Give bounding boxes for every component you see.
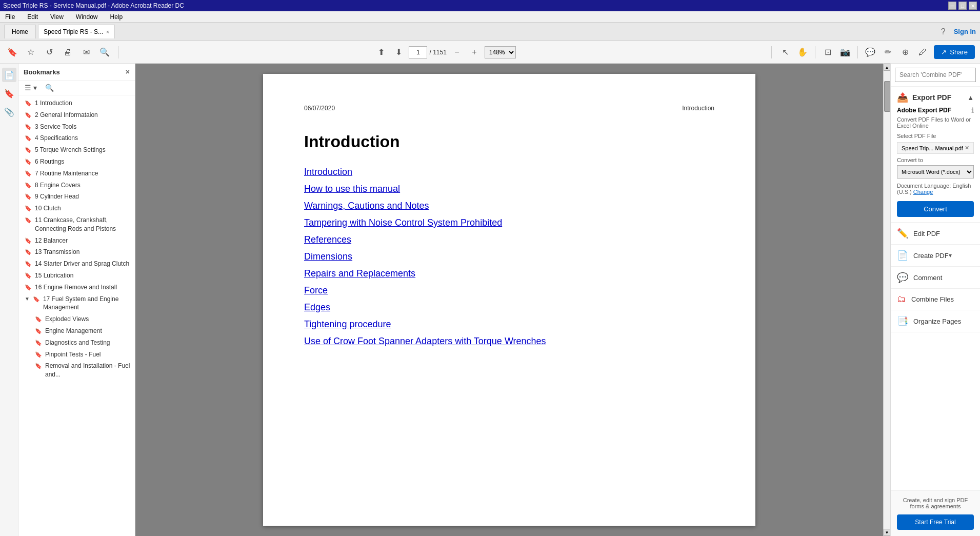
pen-icon[interactable]: ✏ <box>881 45 895 59</box>
menu-help[interactable]: Help <box>108 12 125 22</box>
bookmark-item[interactable]: 🔖 2 General Informataion <box>18 109 135 121</box>
strip-pages-icon[interactable]: 📄 <box>2 68 16 82</box>
bookmark-item[interactable]: 🔖 6 Routings <box>18 156 135 168</box>
panel-search-bookmark-button[interactable]: 🔍 <box>43 83 56 93</box>
tab-home[interactable]: Home <box>4 25 36 38</box>
expand-icon[interactable]: ▼ <box>25 296 30 302</box>
help-icon[interactable]: ? <box>941 27 946 36</box>
menu-file[interactable]: File <box>3 12 17 22</box>
pdf-link-dimensions[interactable]: Dimensions <box>304 251 714 262</box>
export-pdf-collapse-button[interactable]: ▲ <box>967 94 974 102</box>
menu-window[interactable]: Window <box>74 12 100 22</box>
create-pdf-tool[interactable]: 📄 Create PDF ▾ <box>891 245 980 267</box>
pdf-link-edges[interactable]: Edges <box>304 302 714 313</box>
bookmark-item[interactable]: 🔖 8 Engine Covers <box>18 180 135 191</box>
bookmark-sub-item[interactable]: 🔖 Removal and Installation - Fuel and... <box>18 360 135 381</box>
bookmark-item[interactable]: 🔖 16 Engine Remove and Install <box>18 282 135 293</box>
bookmark-sub-item[interactable]: 🔖 Pinpoint Tests - Fuel <box>18 349 135 361</box>
sign-icon[interactable]: 🖊 <box>915 45 930 59</box>
bookmark-item[interactable]: 🔖 12 Balancer <box>18 235 135 247</box>
panel-close-button[interactable]: × <box>126 68 130 76</box>
bookmark-item[interactable]: 🔖 13 Transmission <box>18 246 135 258</box>
pdf-link-how-to-use[interactable]: How to use this manual <box>304 184 714 194</box>
pdf-link-force[interactable]: Force <box>304 285 714 296</box>
combine-files-tool[interactable]: 🗂 Combine Files <box>891 289 980 310</box>
title-bar: Speed Triple RS - Service Manual.pdf - A… <box>0 0 980 11</box>
maximize-button[interactable]: □ <box>958 2 967 10</box>
next-page-icon[interactable]: ⬇ <box>391 45 406 59</box>
bookmark-item[interactable]: 🔖 14 Starter Driver and Sprag Clutch <box>18 258 135 270</box>
zoom-out-icon[interactable]: − <box>450 45 464 59</box>
organize-pages-tool[interactable]: 📑 Organize Pages <box>891 310 980 332</box>
pdf-link-tampering[interactable]: Tampering with Noise Control System Proh… <box>304 217 714 228</box>
search-icon[interactable]: 🔍 <box>97 45 112 59</box>
close-button[interactable]: ✕ <box>969 2 977 10</box>
scroll-up-button[interactable]: ▲ <box>884 64 891 71</box>
convert-button[interactable]: Convert <box>897 201 974 217</box>
export-pdf-section: 📤 Export PDF ▲ Adobe Export PDF ℹ Conver… <box>891 87 980 223</box>
bookmark-item[interactable]: 🔖 4 Specifications <box>18 132 135 144</box>
select-tool-icon[interactable]: ↖ <box>778 45 792 59</box>
bookmark-item[interactable]: 🔖 1 Introduction <box>18 97 135 109</box>
pdf-link-introduction[interactable]: Introduction <box>304 167 714 177</box>
pdf-link-repairs[interactable]: Repairs and Replacements <box>304 268 714 279</box>
bookmark-sub-item[interactable]: 🔖 Diagnostics and Testing <box>18 337 135 349</box>
bookmark-item[interactable]: 🔖 9 Cylinder Head <box>18 191 135 203</box>
bookmark-item[interactable]: ▼ 🔖 17 Fuel System and Engine Management <box>18 293 135 314</box>
convert-to-select[interactable]: Microsoft Word (*.docx) <box>897 165 974 178</box>
mail-icon[interactable]: ✉ <box>79 45 93 59</box>
panel-list-view-button[interactable]: ☰ ▾ <box>23 83 39 93</box>
bookmark-tool-icon[interactable]: 🔖 <box>5 45 19 59</box>
pdf-link-tightening[interactable]: Tightening procedure <box>304 319 714 330</box>
zoom-select[interactable]: 148% 100% 75% 50% <box>485 46 516 58</box>
scroll-thumb[interactable] <box>884 81 890 112</box>
star-icon[interactable]: ☆ <box>24 45 38 59</box>
menu-view[interactable]: View <box>48 12 66 22</box>
pdf-link-crow-foot[interactable]: Use of Crow Foot Spanner Adapters with T… <box>304 336 714 347</box>
toolbar-left: 🔖 ☆ ↺ 🖨 ✉ 🔍 <box>5 45 112 59</box>
strip-annotation-icon[interactable]: 📎 <box>2 105 16 119</box>
remove-file-button[interactable]: ✕ <box>965 145 969 151</box>
tab-close-button[interactable]: × <box>106 29 109 35</box>
share-button[interactable]: ↗ Share <box>934 45 975 59</box>
bookmark-item[interactable]: 🔖 15 Lubrication <box>18 270 135 282</box>
scroll-down-button[interactable]: ▼ <box>884 529 891 536</box>
bookmark-sub-item[interactable]: 🔖 Engine Management <box>18 325 135 337</box>
minimize-button[interactable]: ─ <box>948 2 956 10</box>
pdf-link-references[interactable]: References <box>304 234 714 245</box>
adobe-export-info-icon[interactable]: ℹ <box>971 106 974 114</box>
bookmark-item[interactable]: 🔖 5 Torque Wrench Settings <box>18 144 135 156</box>
sign-in-button[interactable]: Sign In <box>954 28 976 35</box>
adobe-export-label: Adobe Export PDF <box>897 107 951 114</box>
start-free-trial-button[interactable]: Start Free Trial <box>897 514 974 530</box>
bookmark-page-icon: 🔖 <box>25 237 32 244</box>
edit-pdf-tool[interactable]: ✏️ Edit PDF <box>891 223 980 245</box>
marquee-icon[interactable]: ⊡ <box>821 45 835 59</box>
menu-edit[interactable]: Edit <box>25 12 40 22</box>
rotate-icon[interactable]: ↺ <box>42 45 56 59</box>
prev-page-icon[interactable]: ⬆ <box>374 45 388 59</box>
snapshot-icon[interactable]: 📷 <box>838 45 852 59</box>
comment-tool[interactable]: 💬 Comment <box>891 267 980 289</box>
zoom-in-icon[interactable]: + <box>467 45 482 59</box>
bookmark-sub-item[interactable]: 🔖 Exploded Views <box>18 313 135 325</box>
hand-tool-icon[interactable]: ✋ <box>795 45 810 59</box>
print-icon[interactable]: 🖨 <box>61 45 75 59</box>
comment-icon[interactable]: 💬 <box>863 45 877 59</box>
tab-document[interactable]: Speed Triple RS - S... × <box>38 25 115 38</box>
stamp-icon[interactable]: ⊕ <box>898 45 912 59</box>
combine-pdf-search-input[interactable] <box>895 68 976 82</box>
bookmark-item[interactable]: 🔖 7 Routine Maintenance <box>18 168 135 180</box>
scroll-track[interactable] <box>884 71 891 529</box>
page-number-input[interactable]: 1 <box>409 46 427 58</box>
bookmark-item[interactable]: 🔖 10 Clutch <box>18 203 135 214</box>
change-language-button[interactable]: Change <box>913 189 933 195</box>
pdf-link-warnings[interactable]: Warnings, Cautions and Notes <box>304 201 714 211</box>
strip-bookmark-icon[interactable]: 🔖 <box>2 86 16 101</box>
bookmark-item[interactable]: 🔖 11 Crankcase, Crankshaft, Connecting R… <box>18 214 135 235</box>
bookmark-item[interactable]: 🔖 3 Service Tools <box>18 121 135 133</box>
toolbar-separator-2 <box>771 46 772 58</box>
title-bar-controls[interactable]: ─ □ ✕ <box>948 2 977 10</box>
combine-files-icon: 🗂 <box>897 294 906 305</box>
comment-tool-label: Comment <box>913 274 942 282</box>
